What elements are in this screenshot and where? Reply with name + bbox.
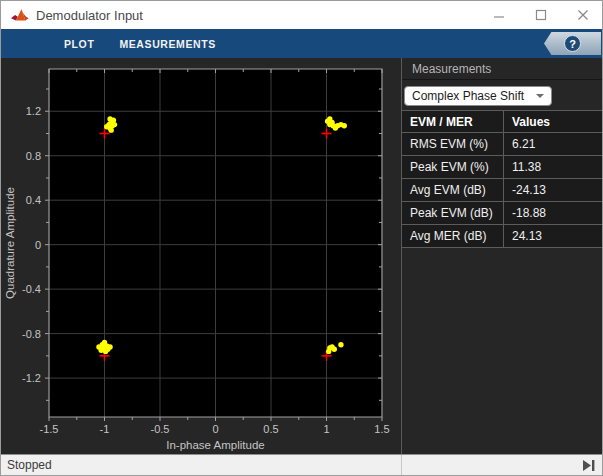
measurement-value: 6.21 [503,133,603,155]
measurements-panel: Measurements Complex Phase Shift EVM / M… [401,58,602,454]
table-row: RMS EVM (%)6.21 [402,133,603,156]
x-axis-label: In-phase Amplitude [166,439,264,451]
measurement-value: -24.13 [503,179,603,201]
status-text: Stopped [1,458,52,472]
received-symbols-marker [102,343,107,348]
status-bar-divider [401,455,402,475]
table-row: Avg MER (dB)24.13 [402,225,603,248]
measurements-panel-title: Measurements [402,58,602,80]
title-bar: Demodulator Input [1,1,602,29]
minimize-button[interactable] [490,6,508,24]
received-symbols-marker [342,123,347,128]
x-tick-label: 0.5 [263,423,278,435]
status-bar: Stopped [1,454,602,475]
step-forward-icon[interactable] [582,459,596,472]
measurement-type-dropdown[interactable]: Complex Phase Shift [404,86,552,106]
x-tick-label: -1 [100,423,110,435]
y-tick-label: -1.2 [22,372,41,384]
close-button[interactable] [574,6,592,24]
maximize-button[interactable] [532,6,550,24]
toolstrip: PLOT MEASUREMENTS ? [1,29,602,58]
app-window: Demodulator Input PLOT MEASUREMENTS ? -1… [0,0,603,476]
received-symbols-marker [332,346,337,351]
y-tick-label: 0.8 [26,150,41,162]
measurement-value: -18.88 [503,202,603,224]
window-controls [490,1,592,29]
measurements-table: EVM / MERValuesRMS EVM (%)6.21Peak EVM (… [402,110,603,248]
dropdown-selected-value: Complex Phase Shift [412,87,536,105]
received-symbols-marker [104,124,109,129]
window-title: Demodulator Input [36,8,143,23]
constellation-plot: -1.5-1-0.500.511.5-1.2-0.8-0.400.40.81.2… [1,58,401,454]
measurement-label: Avg EVM (dB) [402,179,503,201]
y-tick-label: -0.8 [22,328,41,340]
measurement-value: 11.38 [503,156,603,178]
column-header-values: Values [503,111,603,132]
table-row: Avg EVM (dB)-24.13 [402,179,603,202]
column-header-metric: EVM / MER [402,111,503,132]
x-tick-label: 1.5 [374,423,389,435]
received-symbols-marker [338,342,343,347]
y-tick-label: -0.4 [22,283,41,295]
received-symbols-marker [107,344,112,349]
y-tick-label: 1.2 [26,105,41,117]
help-badge: ? [544,32,601,55]
chevron-down-icon [536,94,544,98]
measurement-label: Peak EVM (%) [402,156,503,178]
plot-panel: -1.5-1-0.500.511.5-1.2-0.8-0.400.40.81.2… [1,58,401,454]
measurement-label: Avg MER (dB) [402,225,503,247]
tab-plot[interactable]: PLOT [64,38,94,50]
help-button[interactable]: ? [564,35,581,52]
measurement-value: 24.13 [503,225,603,247]
table-row: Peak EVM (dB)-18.88 [402,202,603,225]
y-tick-label: 0 [35,239,41,251]
table-header-row: EVM / MERValues [402,110,603,133]
matlab-logo-icon [11,8,29,23]
main-content: -1.5-1-0.500.511.5-1.2-0.8-0.400.40.81.2… [1,58,602,454]
x-tick-label: 0 [212,423,218,435]
x-tick-label: -0.5 [151,423,170,435]
tab-measurements[interactable]: MEASUREMENTS [119,38,215,50]
table-row: Peak EVM (%)11.38 [402,156,603,179]
x-tick-label: -1.5 [40,423,59,435]
y-tick-label: 0.4 [26,194,41,206]
measurement-label: Peak EVM (dB) [402,202,503,224]
received-symbols-marker [108,127,113,132]
x-tick-label: 1 [323,423,329,435]
measurement-label: RMS EVM (%) [402,133,503,155]
y-axis-label: Quadrature Amplitude [4,187,16,299]
received-symbols-marker [98,348,103,353]
received-symbols-marker [112,122,117,127]
